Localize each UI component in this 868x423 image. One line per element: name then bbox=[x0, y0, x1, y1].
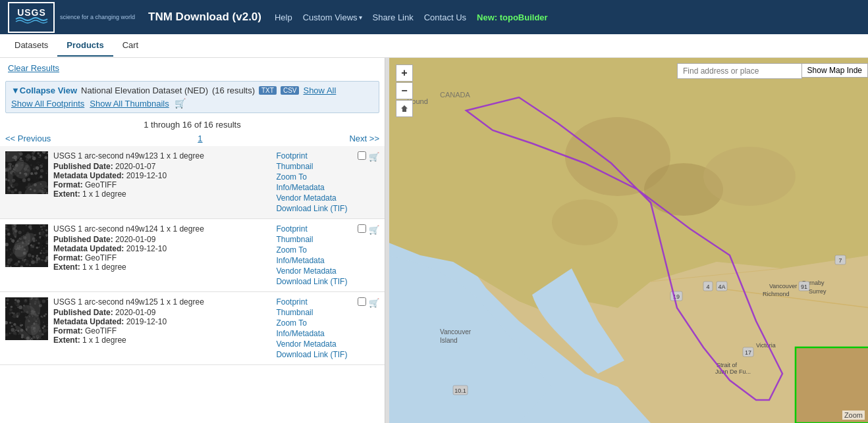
zoom-out-button[interactable]: − bbox=[396, 82, 413, 99]
result-count: (16 results) bbox=[212, 86, 255, 95]
vendor-metadata-link-2[interactable]: Vendor Metadata bbox=[276, 266, 355, 276]
published-date-2: 2020-01-09 bbox=[115, 235, 155, 244]
metadata-updated-label-3: Metadata Updated: bbox=[53, 317, 124, 326]
zoom-to-link-1[interactable]: Zoom To bbox=[276, 172, 355, 182]
thumbnail-link-3[interactable]: Thumbnail bbox=[276, 308, 355, 317]
result-actions-1: Footprint Thumbnail Zoom To Info/Metadat… bbox=[276, 151, 355, 213]
download-link-1[interactable]: Download Link (TIF) bbox=[276, 204, 355, 213]
next-page-link[interactable]: Next >> bbox=[349, 134, 379, 143]
metadata-updated-label-2: Metadata Updated: bbox=[53, 244, 124, 253]
result-title-1: USGS 1 arc-second n49w123 1 x 1 degree bbox=[53, 151, 276, 161]
tab-cart[interactable]: Cart bbox=[113, 35, 148, 57]
info-metadata-link-2[interactable]: Info/Metadata bbox=[276, 256, 355, 265]
cart-checkbox-3[interactable]: 🛒 bbox=[358, 297, 379, 308]
thumbnail-link-1[interactable]: Thumbnail bbox=[276, 162, 355, 171]
prev-page-link[interactable]: << Previous bbox=[5, 134, 51, 143]
published-label: Published Date: bbox=[53, 162, 113, 171]
footprint-link-2[interactable]: Footprint bbox=[276, 224, 355, 234]
show-all-thumbnails-link[interactable]: Show All Thumbnails bbox=[90, 99, 169, 109]
extent-label-3: Extent: bbox=[53, 336, 80, 345]
show-all-link[interactable]: Show All bbox=[303, 86, 336, 95]
left-panel: Clear Results ▼Collapse View National El… bbox=[0, 58, 385, 423]
result-info-1: USGS 1 arc-second n49w123 1 x 1 degree P… bbox=[53, 151, 276, 199]
new-feature-link[interactable]: New: topoBuilder bbox=[477, 12, 548, 22]
thumbnail-link-2[interactable]: Thumbnail bbox=[276, 235, 355, 244]
extent-2: 1 x 1 degree bbox=[82, 262, 126, 272]
format-label-2: Format: bbox=[53, 253, 83, 262]
top-nav-links: Help Custom Views ▾ Share Link Contact U… bbox=[275, 12, 548, 22]
collapse-toggle[interactable]: ▼Collapse View bbox=[11, 86, 77, 95]
extent-label-2: Extent: bbox=[53, 262, 80, 272]
cart-check-1[interactable] bbox=[358, 151, 366, 160]
info-metadata-link-3[interactable]: Info/Metadata bbox=[276, 329, 355, 338]
find-address-input[interactable] bbox=[677, 63, 802, 79]
footprint-link-3[interactable]: Footprint bbox=[276, 297, 355, 307]
download-link-2[interactable]: Download Link (TIF) bbox=[276, 277, 355, 286]
vendor-metadata-link-1[interactable]: Vendor Metadata bbox=[276, 193, 355, 203]
top-nav: USGS science for a changing world TNM Do… bbox=[0, 0, 868, 34]
logo-tagline: science for a changing world bbox=[60, 14, 135, 20]
clear-results-button[interactable]: Clear Results bbox=[0, 58, 385, 78]
cart-check-3[interactable] bbox=[358, 297, 366, 306]
logo-area: USGS science for a changing world bbox=[8, 2, 135, 33]
secondary-nav: Datasets Products Cart bbox=[0, 34, 868, 58]
info-metadata-link-1[interactable]: Info/Metadata bbox=[276, 183, 355, 192]
published-date-3: 2020-01-09 bbox=[115, 308, 155, 317]
map-overlay-svg bbox=[389, 58, 868, 423]
help-link[interactable]: Help bbox=[275, 12, 292, 22]
collapse-view-bar: ▼Collapse View National Elevation Datase… bbox=[5, 81, 379, 113]
result-title-3: USGS 1 arc-second n49w125 1 x 1 degree bbox=[53, 297, 276, 307]
cart-check-2[interactable] bbox=[358, 224, 366, 233]
tab-products[interactable]: Products bbox=[57, 35, 113, 57]
chevron-down-icon: ▾ bbox=[359, 14, 362, 21]
extent-1: 1 x 1 degree bbox=[82, 189, 126, 199]
format-label: Format: bbox=[53, 180, 83, 189]
published-date-1: 2020-01-07 bbox=[115, 162, 155, 171]
result-info-2: USGS 1 arc-second n49w124 1 x 1 degree P… bbox=[53, 224, 276, 272]
pagination-nav: << Previous 1 Next >> bbox=[0, 132, 385, 146]
published-label-2: Published Date: bbox=[53, 235, 113, 244]
cart-icon[interactable]: 🛒 bbox=[175, 98, 186, 109]
map-panel: CANADA Vancouver Richmond Burnaby Surrey… bbox=[389, 58, 868, 423]
vendor-metadata-link-3[interactable]: Vendor Metadata bbox=[276, 339, 355, 349]
table-row: USGS 1 arc-second n49w125 1 x 1 degree P… bbox=[0, 292, 385, 365]
main-layout: Clear Results ▼Collapse View National El… bbox=[0, 58, 868, 423]
zoom-to-link-3[interactable]: Zoom To bbox=[276, 318, 355, 328]
format-1: GeoTIFF bbox=[85, 180, 117, 189]
format-label-3: Format: bbox=[53, 326, 83, 336]
cart-checkbox-1[interactable]: 🛒 bbox=[358, 151, 379, 162]
contact-us-link[interactable]: Contact Us bbox=[424, 12, 466, 22]
metadata-updated-1: 2019-12-10 bbox=[126, 171, 167, 180]
format-2: GeoTIFF bbox=[85, 253, 117, 262]
txt-icon-button[interactable]: TXT bbox=[259, 86, 277, 95]
map-controls: + − bbox=[396, 64, 413, 117]
custom-views-dropdown[interactable]: Custom Views ▾ bbox=[303, 12, 362, 22]
show-map-button[interactable]: Show Map Inde bbox=[801, 63, 868, 78]
csv-icon-button[interactable]: CSV bbox=[281, 86, 300, 95]
metadata-updated-3: 2019-12-10 bbox=[126, 317, 167, 326]
format-3: GeoTIFF bbox=[85, 326, 117, 336]
result-actions-3: Footprint Thumbnail Zoom To Info/Metadat… bbox=[276, 297, 355, 359]
thumbnail-3 bbox=[5, 297, 48, 340]
home-button[interactable] bbox=[396, 100, 413, 117]
app-title: TNM Download (v2.0) bbox=[148, 11, 261, 24]
result-info-3: USGS 1 arc-second n49w125 1 x 1 degree P… bbox=[53, 297, 276, 345]
table-row: USGS 1 arc-second n49w124 1 x 1 degree P… bbox=[0, 219, 385, 292]
result-actions-2: Footprint Thumbnail Zoom To Info/Metadat… bbox=[276, 224, 355, 286]
svg-text:USGS: USGS bbox=[17, 7, 46, 18]
tab-datasets[interactable]: Datasets bbox=[5, 35, 57, 57]
zoom-in-button[interactable]: + bbox=[396, 64, 413, 82]
download-link-3[interactable]: Download Link (TIF) bbox=[276, 350, 355, 359]
show-all-footprints-link[interactable]: Show All Footprints bbox=[11, 99, 84, 109]
footprint-link-1[interactable]: Footprint bbox=[276, 151, 355, 161]
zoom-to-link-2[interactable]: Zoom To bbox=[276, 245, 355, 255]
share-link-link[interactable]: Share Link bbox=[373, 12, 414, 22]
svg-marker-36 bbox=[466, 97, 782, 400]
cart-checkbox-2[interactable]: 🛒 bbox=[358, 224, 379, 235]
metadata-updated-2: 2019-12-10 bbox=[126, 244, 167, 253]
page-number[interactable]: 1 bbox=[198, 134, 202, 143]
result-list: USGS 1 arc-second n49w123 1 x 1 degree P… bbox=[0, 146, 385, 365]
zoom-label: Zoom bbox=[842, 411, 865, 420]
extent-3: 1 x 1 degree bbox=[82, 336, 126, 345]
metadata-updated-label: Metadata Updated: bbox=[53, 171, 124, 180]
